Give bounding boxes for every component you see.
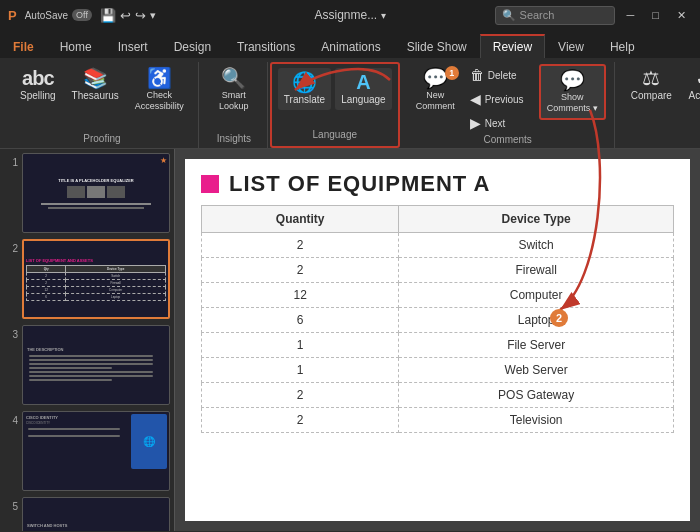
titlebar: P AutoSave Off 💾 ↩ ↪ ▾ Assignme... ▾ 🔍 S… — [0, 0, 700, 30]
next-label: Next — [485, 118, 506, 129]
proofing-label: Proofing — [83, 133, 120, 148]
language-group: 🌐 Translate A Language Language — [270, 62, 400, 148]
autosave-label: AutoSave — [25, 10, 68, 21]
new-comment-button[interactable]: 💬 NewComment 1 — [410, 64, 461, 116]
search-placeholder: Search — [520, 9, 555, 21]
tab-transitions[interactable]: Transitions — [224, 35, 308, 58]
accessibility-label: CheckAccessibility — [135, 90, 184, 112]
tab-help[interactable]: Help — [597, 35, 648, 58]
table-cell: File Server — [399, 333, 674, 358]
new-comment-label: NewComment — [416, 90, 455, 112]
accessibility-group: 🔍 SmartLookup Insights — [201, 62, 268, 148]
language-button[interactable]: A Language — [335, 68, 392, 110]
tab-file[interactable]: File — [0, 35, 47, 58]
maximize-btn[interactable]: □ — [646, 9, 665, 21]
tab-slideshow[interactable]: Slide Show — [394, 35, 480, 58]
slide-pink-box — [201, 175, 219, 193]
slide-panel[interactable]: 1 ★ TITLE IS A PLACEHOLDER EQUALIZER 2 — [0, 149, 175, 531]
app-logo: P — [8, 8, 17, 23]
search-box[interactable]: 🔍 Search — [495, 6, 615, 25]
show-comments-icon: 💬 — [560, 70, 585, 90]
tab-review[interactable]: Review — [480, 34, 545, 58]
table-cell: 2 — [202, 258, 399, 283]
show-comments-button[interactable]: 💬 ShowComments ▾ — [539, 64, 606, 120]
compare-items: ⚖ Compare ✓ Accept — [625, 62, 700, 144]
previous-button[interactable]: ◀ Previous — [465, 88, 535, 110]
table-row: 2 POS Gateway — [202, 383, 674, 408]
ribbon: abc Spelling 📚 Thesaurus ♿ CheckAccessib… — [0, 58, 700, 149]
slide-thumb-4[interactable]: 4 CISCO IDENTITY CISCO IDENTITY 🌐 — [4, 411, 170, 491]
accessibility-label: Insights — [217, 133, 251, 148]
compare-label: Compare — [631, 90, 672, 102]
table-header-quantity: Quantity — [202, 206, 399, 233]
filename-arrow[interactable]: ▾ — [381, 10, 386, 21]
accept-icon: ✓ — [695, 68, 700, 88]
accept-button[interactable]: ✓ Accept — [682, 64, 700, 106]
table-cell: Television — [399, 408, 674, 433]
translate-button[interactable]: 🌐 Translate — [278, 68, 331, 110]
slide-title-row: LIST OF EQUIPMENT A — [185, 159, 690, 205]
more-icon[interactable]: ▾ — [150, 9, 156, 22]
table-cell: Switch — [399, 233, 674, 258]
undo-icon[interactable]: ↩ — [120, 8, 131, 23]
main-area: 1 ★ TITLE IS A PLACEHOLDER EQUALIZER 2 — [0, 149, 700, 531]
tab-view[interactable]: View — [545, 35, 597, 58]
table-cell: POS Gateway — [399, 383, 674, 408]
minimize-btn[interactable]: ─ — [621, 9, 641, 21]
table-cell: 2 — [202, 408, 399, 433]
search-icon: 🔍 — [502, 9, 516, 22]
table-cell: 12 — [202, 283, 399, 308]
show-comments-label: ShowComments ▾ — [547, 92, 598, 114]
save-icon[interactable]: 💾 — [100, 8, 116, 23]
table-cell: 6 — [202, 308, 399, 333]
slide-content: LIST OF EQUIPMENT A Quantity Device Type… — [175, 149, 700, 531]
autosave-toggle[interactable]: Off — [72, 9, 92, 21]
table-cell: 1 — [202, 333, 399, 358]
table-cell: 1 — [202, 358, 399, 383]
slide-thumb-3[interactable]: 3 THE DESCRIPTION — [4, 325, 170, 405]
tab-animations[interactable]: Animations — [308, 35, 393, 58]
spelling-button[interactable]: abc Spelling — [14, 64, 62, 106]
titlebar-left: P AutoSave Off 💾 ↩ ↪ ▾ — [8, 8, 232, 23]
redo-icon[interactable]: ↪ — [135, 8, 146, 23]
compare-button[interactable]: ⚖ Compare — [625, 64, 678, 106]
delete-button[interactable]: 🗑 Delete — [465, 64, 535, 86]
previous-icon: ◀ — [470, 91, 481, 107]
table-row: 1 File Server — [202, 333, 674, 358]
delete-label: Delete — [488, 70, 517, 81]
table-row: 2 Firewall — [202, 258, 674, 283]
slide-thumb-1[interactable]: 1 ★ TITLE IS A PLACEHOLDER EQUALIZER — [4, 153, 170, 233]
slide-3-content: THE DESCRIPTION — [23, 345, 169, 385]
accept-label: Accept — [689, 90, 700, 102]
thesaurus-button[interactable]: 📚 Thesaurus — [66, 64, 125, 106]
check-accessibility-button[interactable]: ♿ CheckAccessibility — [129, 64, 190, 116]
star-icon: ★ — [160, 156, 167, 165]
language-label: Language — [341, 94, 386, 106]
compare-icon: ⚖ — [642, 68, 660, 88]
table-cell: Firewall — [399, 258, 674, 283]
slide-thumb-2[interactable]: 2 LIST OF EQUIPMENT AND ASSETS QtyDevice… — [4, 239, 170, 319]
smart-lookup-button[interactable]: 🔍 SmartLookup — [209, 64, 259, 116]
slide-thumb-5[interactable]: 5 SWITCH AND HOSTS — [4, 497, 170, 531]
slide-view: LIST OF EQUIPMENT A Quantity Device Type… — [185, 159, 690, 521]
comments-group: 💬 NewComment 1 🗑 Delete ◀ Previous ▶ — [402, 62, 615, 148]
tab-design[interactable]: Design — [161, 35, 224, 58]
slide-img-5: SWITCH AND HOSTS — [22, 497, 170, 531]
new-comment-icon: 💬 — [423, 68, 448, 88]
language-label: Language — [313, 129, 358, 144]
circle-1: 1 — [445, 66, 459, 80]
tab-home[interactable]: Home — [47, 35, 105, 58]
accessibility-icon: ♿ — [147, 68, 172, 88]
language-items: 🌐 Translate A Language — [278, 66, 392, 129]
slide-5-content: SWITCH AND HOSTS — [23, 521, 169, 531]
slide-num-4: 4 — [4, 415, 18, 426]
ribbon-content: abc Spelling 📚 Thesaurus ♿ CheckAccessib… — [0, 58, 700, 148]
slide-num-1: 1 — [4, 157, 18, 168]
next-button[interactable]: ▶ Next — [465, 112, 535, 134]
close-btn[interactable]: ✕ — [671, 9, 692, 22]
table-cell: Computer — [399, 283, 674, 308]
slide-img-1: ★ TITLE IS A PLACEHOLDER EQUALIZER — [22, 153, 170, 233]
slide-img-3: THE DESCRIPTION — [22, 325, 170, 405]
tab-insert[interactable]: Insert — [105, 35, 161, 58]
smart-lookup-label: SmartLookup — [219, 90, 249, 112]
